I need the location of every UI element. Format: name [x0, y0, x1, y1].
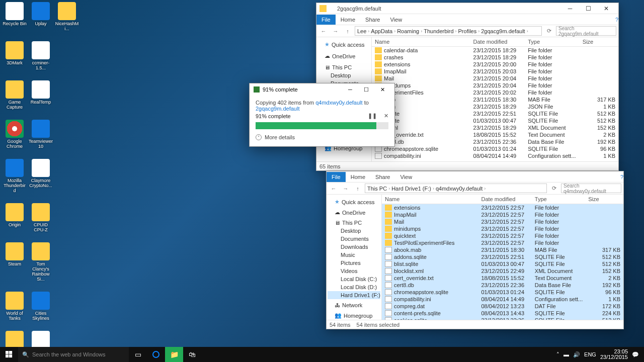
taskbar-search[interactable]: 🔍Search the web and Windows	[18, 347, 129, 362]
file-row[interactable]: blocklist.xml23/12/2015 22:49XML Documen…	[382, 267, 623, 275]
file-row[interactable]: Mail23/12/2015 22:57File folder	[382, 218, 623, 225]
nav-this-pc[interactable]: 🖥 This PC	[328, 219, 380, 227]
up-button[interactable]: ↑	[343, 28, 353, 34]
desktop-icon[interactable]: Recycle Bin	[3, 2, 27, 31]
desktop-icon[interactable]: Google Chrome	[3, 120, 27, 149]
nav-videos[interactable]: Videos	[328, 267, 380, 275]
file-row[interactable]: ExperimentFiles23/12/2015 20:02File fold…	[372, 89, 618, 96]
back-button[interactable]: ←	[318, 28, 329, 34]
desktop-icon[interactable]: Origin	[3, 203, 27, 232]
help-icon[interactable]: ?	[615, 17, 618, 23]
volume-icon[interactable]: 🔊	[573, 351, 580, 358]
breadcrumb-segment[interactable]: Profiles	[458, 28, 477, 34]
file-row[interactable]: compatibility.ini08/04/2014 14:49Configu…	[372, 152, 618, 159]
desktop-icon[interactable]: Steam	[3, 242, 27, 282]
more-details-toggle[interactable]: ˅ More details	[256, 134, 388, 142]
file-row[interactable]: ImapMail23/12/2015 20:03File folder	[372, 68, 618, 75]
pause-button[interactable]: ❚❚	[368, 113, 377, 119]
back-button[interactable]: ←	[329, 186, 339, 192]
nav-quick-access[interactable]: ★Quick access	[317, 40, 370, 49]
minimize-button[interactable]: ─	[342, 86, 358, 93]
nav-music[interactable]: Music	[328, 251, 380, 259]
system-tray[interactable]: ˄ ▬ 🔊 ENG 23:0523/12/2015 💬	[556, 349, 644, 360]
desktop-icon[interactable]: Uplay	[29, 2, 53, 31]
notifications-icon[interactable]: 💬	[632, 351, 639, 358]
nav-desktop[interactable]: Desktop	[328, 227, 380, 235]
nav-quick-access[interactable]: ★Quick access	[328, 198, 380, 206]
dest-link[interactable]: 2gqacg9m.default	[256, 106, 299, 112]
file-row[interactable]: Mail23/12/2015 20:04File folder	[372, 75, 618, 82]
file-row[interactable]: blist.sqlite01/03/2013 00:47SQLITE File5…	[382, 260, 623, 267]
file-row[interactable]: abook.mab23/11/2015 18:30MAB File317 KB	[382, 246, 623, 253]
network-icon[interactable]: ▬	[564, 351, 569, 357]
file-row[interactable]: TestPilotExperimentFiles23/12/2015 22:57…	[382, 239, 623, 246]
breadcrumb-segment[interactable]: AppData	[371, 28, 392, 34]
file-row[interactable]: content-prefs.sqlite08/04/2013 14:43SQLI…	[382, 310, 623, 317]
file-row[interactable]: minidumps23/12/2015 20:04File folder	[372, 82, 618, 89]
maximize-button[interactable]: ☐	[358, 86, 374, 93]
desktop-icon[interactable]: ccminer-1.5...	[29, 41, 53, 70]
desktop-icon[interactable]: Tom Clancy's Rainbow Si...	[29, 242, 53, 282]
tray-chevron-icon[interactable]: ˄	[556, 351, 559, 358]
file-row[interactable]: …xml23/12/2015 18:29XML Document152 KB	[372, 124, 618, 131]
nav-pictures[interactable]: Pictures	[328, 259, 380, 267]
breadcrumb-segment[interactable]: q4mdxwy0y.default	[436, 186, 482, 192]
nav-disk-d[interactable]: Local Disk (D:)	[328, 283, 380, 291]
file-row[interactable]: extensions23/12/2015 20:00File folder	[372, 61, 618, 68]
store-icon[interactable]: 🛍	[183, 347, 201, 362]
file-row[interactable]: cert8.db23/12/2015 22:36Data Base File19…	[372, 138, 618, 145]
maximize-button[interactable]: ☐	[579, 3, 597, 14]
file-row[interactable]: chromeappstore.sqlite01/03/2013 01:24SQL…	[382, 289, 623, 296]
file-row[interactable]: extensions23/12/2015 22:57File folder	[382, 204, 623, 211]
file-row[interactable]: compreg.dat08/04/2012 13:23DAT File172 K…	[382, 303, 623, 310]
minimize-button[interactable]: ─	[561, 3, 579, 14]
desktop-icon[interactable]: Cities Skylines	[29, 292, 53, 321]
desktop-icon[interactable]: Claymore CryptoNo...	[29, 159, 53, 193]
file-row[interactable]: minidumps23/12/2015 22:57File folder	[382, 225, 623, 232]
breadcrumb-segment[interactable]: Thunderbird	[424, 28, 453, 34]
nav-downloads[interactable]: Downloads	[328, 243, 380, 251]
file-row[interactable]: ImapMail23/12/2015 22:57File folder	[382, 211, 623, 218]
close-button[interactable]: ✕	[597, 3, 615, 14]
copy-progress-dialog[interactable]: 91% complete ─ ☐ ✕ Copying 402 items fro…	[249, 83, 395, 147]
tab-share[interactable]: Share	[360, 15, 385, 25]
explorer-taskbar-icon[interactable]: 📁	[165, 347, 183, 362]
desktop-icon[interactable]: NiceHashMi...	[55, 2, 79, 31]
nav-documents[interactable]: Documents	[328, 235, 380, 243]
breadcrumb-segment[interactable]: This PC	[367, 186, 387, 192]
up-button[interactable]: ↑	[353, 186, 363, 192]
desktop-icon[interactable]: Teamviewer 10	[29, 120, 53, 149]
file-row[interactable]: …qlite23/12/2015 22:51SQLITE File512 KB	[372, 110, 618, 117]
language-indicator[interactable]: ENG	[584, 351, 596, 357]
file-row[interactable]: quicktext23/12/2015 22:57File folder	[382, 232, 623, 239]
nav-network[interactable]: 🖧 Network	[328, 301, 380, 309]
help-icon[interactable]: ?	[620, 174, 623, 180]
clock[interactable]: 23:0523/12/2015	[600, 349, 628, 360]
breadcrumb-segment[interactable]: 2gqacg9m.default	[481, 28, 525, 34]
desktop-icon[interactable]: Mozilla Thunderbird	[3, 159, 27, 193]
breadcrumb[interactable]: Lee›AppData›Roaming›Thunderbird›Profiles…	[355, 26, 542, 36]
nav-this-pc[interactable]: 🖥 This PC	[317, 63, 370, 71]
source-link[interactable]: q4mdxwy0y.default	[315, 100, 362, 106]
dialog-titlebar[interactable]: 91% complete ─ ☐ ✕	[250, 83, 394, 96]
breadcrumb-segment[interactable]: Lee	[357, 28, 366, 34]
explorer-window-2[interactable]: File Home Share View ? ← → ↑ This PC›Har…	[326, 171, 624, 329]
nav-desktop[interactable]: Desktop	[317, 71, 370, 79]
file-row[interactable]: crashes23/12/2015 18:29File folder	[372, 54, 618, 61]
forward-button[interactable]: →	[331, 28, 341, 34]
tab-view[interactable]: View	[395, 172, 417, 182]
file-row[interactable]: …on23/12/2015 18:29JSON File1 KB	[372, 103, 618, 110]
search-input[interactable]: Search q4mdxwy0y.default	[561, 184, 621, 193]
file-row[interactable]: compatibility.ini08/04/2014 14:49Configu…	[382, 296, 623, 303]
refresh-button[interactable]: ⟳	[544, 28, 554, 34]
close-button[interactable]: ✕	[374, 86, 390, 93]
file-row[interactable]: chromeappstore.sqlite01/03/2013 01:24SQL…	[372, 145, 618, 152]
breadcrumb[interactable]: This PC›Hard Drive1 (F:)›q4mdxwy0y.defau…	[365, 184, 547, 193]
file-row[interactable]: cert8.db23/12/2015 22:36Data Base File19…	[382, 282, 623, 289]
desktop-icon[interactable]: Game Capture	[3, 80, 27, 110]
nav-onedrive[interactable]: ☁ OneDrive	[328, 208, 380, 217]
edge-icon[interactable]	[147, 347, 165, 362]
task-view-icon[interactable]: ▭	[129, 347, 147, 362]
file-row[interactable]: addons.sqlite23/12/2015 22:51SQLITE File…	[382, 253, 623, 260]
file-row[interactable]: …qlite01/03/2013 00:47SQLITE File512 KB	[372, 117, 618, 124]
